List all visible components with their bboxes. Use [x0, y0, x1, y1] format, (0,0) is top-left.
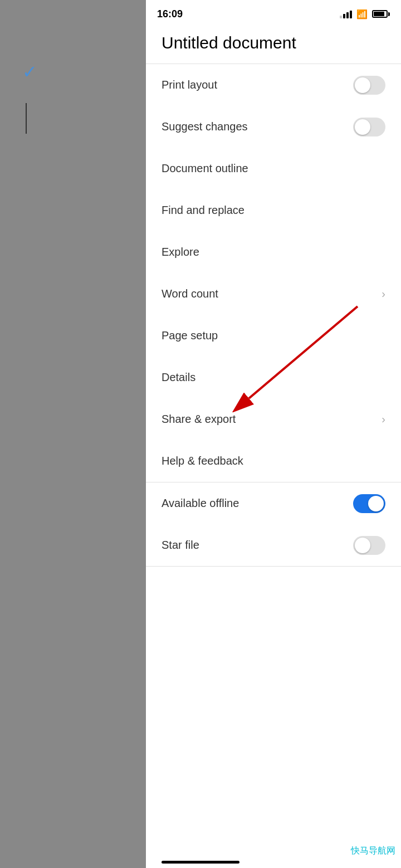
document-outline-label: Document outline: [162, 162, 248, 175]
status-icons: 📶: [340, 9, 390, 19]
menu-item-details[interactable]: Details: [146, 357, 401, 398]
menu-item-available-offline[interactable]: Available offline: [146, 482, 401, 524]
details-label: Details: [162, 371, 195, 384]
share-export-label: Share & export: [162, 413, 236, 426]
cursor-line: [26, 103, 27, 134]
menu-section-offline: Available offline Star file: [146, 482, 401, 567]
status-bar: 16:09 📶: [146, 0, 401, 28]
menu-item-document-outline[interactable]: Document outline: [146, 148, 401, 189]
check-icon: ✓: [22, 61, 37, 82]
menu-item-find-replace[interactable]: Find and replace: [146, 189, 401, 231]
help-feedback-label: Help & feedback: [162, 455, 243, 467]
share-export-chevron-icon: ›: [382, 413, 385, 426]
menu-item-explore[interactable]: Explore: [146, 231, 401, 273]
menu-item-suggest-changes[interactable]: Suggest changes: [146, 106, 401, 148]
word-count-label: Word count: [162, 287, 218, 300]
battery-icon: [372, 10, 390, 18]
wifi-icon: 📶: [356, 9, 368, 19]
available-offline-toggle[interactable]: [353, 494, 385, 513]
suggest-changes-toggle[interactable]: [353, 118, 385, 136]
right-panel: 16:09 📶 Untitled document P: [146, 0, 401, 868]
suggest-changes-toggle-knob: [355, 119, 370, 135]
menu-item-page-setup[interactable]: Page setup: [146, 315, 401, 357]
explore-label: Explore: [162, 246, 199, 259]
star-file-toggle-knob: [355, 538, 370, 553]
available-offline-label: Available offline: [162, 497, 239, 510]
available-offline-toggle-knob: [368, 496, 384, 511]
star-file-toggle[interactable]: [353, 536, 385, 555]
watermark: 快马导航网: [351, 845, 395, 857]
signal-icon: [340, 9, 352, 18]
print-layout-toggle[interactable]: [353, 76, 385, 95]
left-panel: ✓: [0, 0, 146, 868]
word-count-chevron-icon: ›: [382, 287, 385, 300]
print-layout-toggle-knob: [355, 77, 370, 93]
find-replace-label: Find and replace: [162, 204, 244, 217]
menu-section-main: Print layout Suggest changes Document ou…: [146, 64, 401, 482]
menu-item-share-export[interactable]: Share & export ›: [146, 398, 401, 440]
home-indicator: [162, 861, 239, 864]
print-layout-label: Print layout: [162, 79, 217, 91]
menu-item-help-feedback[interactable]: Help & feedback: [146, 440, 401, 482]
menu-item-star-file[interactable]: Star file: [146, 524, 401, 566]
suggest-changes-label: Suggest changes: [162, 120, 248, 133]
status-time: 16:09: [157, 8, 183, 20]
page-setup-label: Page setup: [162, 329, 218, 342]
star-file-label: Star file: [162, 539, 199, 552]
menu-item-print-layout[interactable]: Print layout: [146, 64, 401, 106]
menu-item-word-count[interactable]: Word count ›: [146, 273, 401, 315]
